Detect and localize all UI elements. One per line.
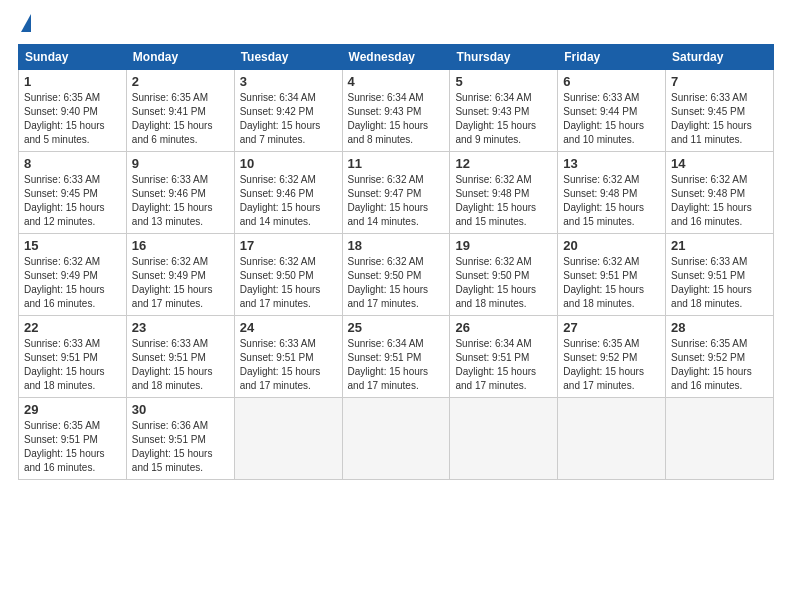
calendar-day-cell: 2Sunrise: 6:35 AMSunset: 9:41 PMDaylight… — [126, 70, 234, 152]
day-number: 15 — [24, 238, 121, 253]
day-info: Sunrise: 6:33 AMSunset: 9:51 PMDaylight:… — [24, 337, 121, 393]
calendar-day-cell: 15Sunrise: 6:32 AMSunset: 9:49 PMDayligh… — [19, 234, 127, 316]
calendar-day-cell — [342, 398, 450, 480]
day-info: Sunrise: 6:34 AMSunset: 9:51 PMDaylight:… — [348, 337, 445, 393]
day-info: Sunrise: 6:35 AMSunset: 9:52 PMDaylight:… — [563, 337, 660, 393]
day-info: Sunrise: 6:32 AMSunset: 9:48 PMDaylight:… — [671, 173, 768, 229]
calendar-day-cell: 20Sunrise: 6:32 AMSunset: 9:51 PMDayligh… — [558, 234, 666, 316]
day-number: 25 — [348, 320, 445, 335]
calendar-table: SundayMondayTuesdayWednesdayThursdayFrid… — [18, 44, 774, 480]
calendar-day-cell: 18Sunrise: 6:32 AMSunset: 9:50 PMDayligh… — [342, 234, 450, 316]
day-number: 10 — [240, 156, 337, 171]
day-number: 20 — [563, 238, 660, 253]
calendar-day-cell: 16Sunrise: 6:32 AMSunset: 9:49 PMDayligh… — [126, 234, 234, 316]
day-number: 19 — [455, 238, 552, 253]
calendar-day-cell: 26Sunrise: 6:34 AMSunset: 9:51 PMDayligh… — [450, 316, 558, 398]
day-info: Sunrise: 6:33 AMSunset: 9:51 PMDaylight:… — [132, 337, 229, 393]
day-number: 27 — [563, 320, 660, 335]
day-info: Sunrise: 6:34 AMSunset: 9:43 PMDaylight:… — [348, 91, 445, 147]
day-number: 1 — [24, 74, 121, 89]
calendar-day-cell — [234, 398, 342, 480]
calendar-day-cell: 25Sunrise: 6:34 AMSunset: 9:51 PMDayligh… — [342, 316, 450, 398]
day-info: Sunrise: 6:32 AMSunset: 9:50 PMDaylight:… — [348, 255, 445, 311]
day-number: 13 — [563, 156, 660, 171]
calendar-day-cell: 11Sunrise: 6:32 AMSunset: 9:47 PMDayligh… — [342, 152, 450, 234]
calendar-week-row: 1Sunrise: 6:35 AMSunset: 9:40 PMDaylight… — [19, 70, 774, 152]
day-number: 9 — [132, 156, 229, 171]
day-info: Sunrise: 6:33 AMSunset: 9:46 PMDaylight:… — [132, 173, 229, 229]
calendar-header-row: SundayMondayTuesdayWednesdayThursdayFrid… — [19, 45, 774, 70]
day-info: Sunrise: 6:32 AMSunset: 9:51 PMDaylight:… — [563, 255, 660, 311]
calendar-day-header: Saturday — [666, 45, 774, 70]
day-number: 21 — [671, 238, 768, 253]
calendar-day-header: Thursday — [450, 45, 558, 70]
calendar-day-cell: 6Sunrise: 6:33 AMSunset: 9:44 PMDaylight… — [558, 70, 666, 152]
day-info: Sunrise: 6:33 AMSunset: 9:45 PMDaylight:… — [671, 91, 768, 147]
day-number: 11 — [348, 156, 445, 171]
calendar-day-cell: 4Sunrise: 6:34 AMSunset: 9:43 PMDaylight… — [342, 70, 450, 152]
calendar-day-cell: 27Sunrise: 6:35 AMSunset: 9:52 PMDayligh… — [558, 316, 666, 398]
calendar-day-cell: 28Sunrise: 6:35 AMSunset: 9:52 PMDayligh… — [666, 316, 774, 398]
logo-triangle-icon — [21, 14, 31, 32]
page: SundayMondayTuesdayWednesdayThursdayFrid… — [0, 0, 792, 612]
calendar-day-cell: 9Sunrise: 6:33 AMSunset: 9:46 PMDaylight… — [126, 152, 234, 234]
day-number: 23 — [132, 320, 229, 335]
calendar-week-row: 15Sunrise: 6:32 AMSunset: 9:49 PMDayligh… — [19, 234, 774, 316]
day-number: 7 — [671, 74, 768, 89]
calendar-week-row: 22Sunrise: 6:33 AMSunset: 9:51 PMDayligh… — [19, 316, 774, 398]
day-info: Sunrise: 6:35 AMSunset: 9:41 PMDaylight:… — [132, 91, 229, 147]
day-info: Sunrise: 6:33 AMSunset: 9:44 PMDaylight:… — [563, 91, 660, 147]
day-info: Sunrise: 6:32 AMSunset: 9:46 PMDaylight:… — [240, 173, 337, 229]
calendar-week-row: 8Sunrise: 6:33 AMSunset: 9:45 PMDaylight… — [19, 152, 774, 234]
calendar-week-row: 29Sunrise: 6:35 AMSunset: 9:51 PMDayligh… — [19, 398, 774, 480]
day-number: 4 — [348, 74, 445, 89]
day-number: 6 — [563, 74, 660, 89]
calendar-day-cell: 3Sunrise: 6:34 AMSunset: 9:42 PMDaylight… — [234, 70, 342, 152]
calendar-day-cell: 7Sunrise: 6:33 AMSunset: 9:45 PMDaylight… — [666, 70, 774, 152]
day-number: 2 — [132, 74, 229, 89]
day-info: Sunrise: 6:32 AMSunset: 9:47 PMDaylight:… — [348, 173, 445, 229]
calendar-day-cell: 14Sunrise: 6:32 AMSunset: 9:48 PMDayligh… — [666, 152, 774, 234]
day-number: 3 — [240, 74, 337, 89]
calendar-day-cell: 19Sunrise: 6:32 AMSunset: 9:50 PMDayligh… — [450, 234, 558, 316]
calendar-day-cell: 17Sunrise: 6:32 AMSunset: 9:50 PMDayligh… — [234, 234, 342, 316]
calendar-day-cell — [558, 398, 666, 480]
day-info: Sunrise: 6:34 AMSunset: 9:43 PMDaylight:… — [455, 91, 552, 147]
day-number: 18 — [348, 238, 445, 253]
day-number: 5 — [455, 74, 552, 89]
day-info: Sunrise: 6:33 AMSunset: 9:51 PMDaylight:… — [240, 337, 337, 393]
calendar-day-cell: 30Sunrise: 6:36 AMSunset: 9:51 PMDayligh… — [126, 398, 234, 480]
calendar-day-cell: 10Sunrise: 6:32 AMSunset: 9:46 PMDayligh… — [234, 152, 342, 234]
calendar-day-cell: 8Sunrise: 6:33 AMSunset: 9:45 PMDaylight… — [19, 152, 127, 234]
calendar-day-header: Friday — [558, 45, 666, 70]
day-info: Sunrise: 6:33 AMSunset: 9:45 PMDaylight:… — [24, 173, 121, 229]
calendar-day-header: Tuesday — [234, 45, 342, 70]
day-number: 14 — [671, 156, 768, 171]
day-number: 30 — [132, 402, 229, 417]
day-info: Sunrise: 6:32 AMSunset: 9:48 PMDaylight:… — [563, 173, 660, 229]
calendar-day-header: Monday — [126, 45, 234, 70]
calendar-day-cell: 23Sunrise: 6:33 AMSunset: 9:51 PMDayligh… — [126, 316, 234, 398]
calendar-day-cell: 24Sunrise: 6:33 AMSunset: 9:51 PMDayligh… — [234, 316, 342, 398]
calendar-day-cell: 13Sunrise: 6:32 AMSunset: 9:48 PMDayligh… — [558, 152, 666, 234]
day-number: 22 — [24, 320, 121, 335]
day-info: Sunrise: 6:32 AMSunset: 9:49 PMDaylight:… — [24, 255, 121, 311]
calendar-day-header: Wednesday — [342, 45, 450, 70]
day-number: 28 — [671, 320, 768, 335]
calendar-day-cell: 29Sunrise: 6:35 AMSunset: 9:51 PMDayligh… — [19, 398, 127, 480]
calendar-day-cell: 22Sunrise: 6:33 AMSunset: 9:51 PMDayligh… — [19, 316, 127, 398]
day-info: Sunrise: 6:34 AMSunset: 9:51 PMDaylight:… — [455, 337, 552, 393]
day-info: Sunrise: 6:32 AMSunset: 9:48 PMDaylight:… — [455, 173, 552, 229]
day-info: Sunrise: 6:36 AMSunset: 9:51 PMDaylight:… — [132, 419, 229, 475]
calendar-day-cell: 5Sunrise: 6:34 AMSunset: 9:43 PMDaylight… — [450, 70, 558, 152]
day-number: 12 — [455, 156, 552, 171]
day-info: Sunrise: 6:33 AMSunset: 9:51 PMDaylight:… — [671, 255, 768, 311]
day-info: Sunrise: 6:32 AMSunset: 9:49 PMDaylight:… — [132, 255, 229, 311]
calendar-day-cell: 12Sunrise: 6:32 AMSunset: 9:48 PMDayligh… — [450, 152, 558, 234]
day-info: Sunrise: 6:35 AMSunset: 9:52 PMDaylight:… — [671, 337, 768, 393]
logo — [18, 18, 31, 32]
day-number: 29 — [24, 402, 121, 417]
calendar-day-cell: 21Sunrise: 6:33 AMSunset: 9:51 PMDayligh… — [666, 234, 774, 316]
day-number: 16 — [132, 238, 229, 253]
calendar-day-cell — [450, 398, 558, 480]
